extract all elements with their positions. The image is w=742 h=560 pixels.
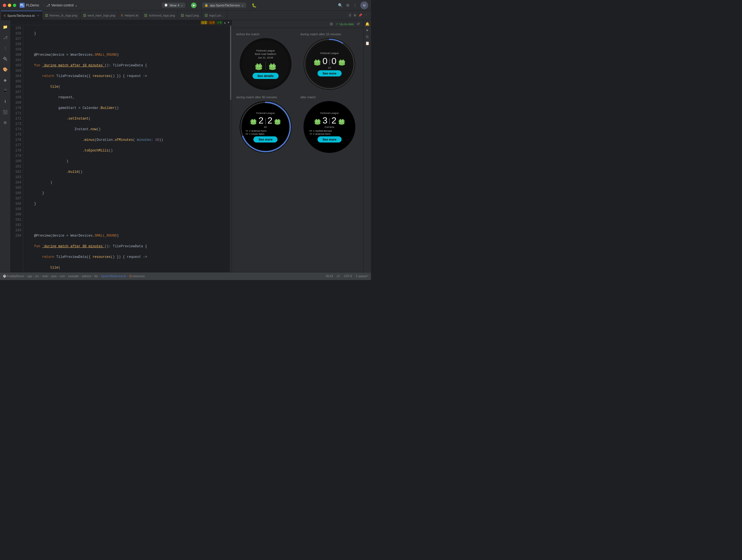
- search-icon[interactable]: 🔍: [338, 3, 343, 8]
- sidebar-item-settings[interactable]: ⚙: [1, 118, 10, 127]
- sidebar-item-plugin[interactable]: 🔌: [1, 54, 10, 63]
- tab-icon-png: 🖼: [144, 14, 147, 17]
- after-league: Fictional League: [320, 111, 339, 115]
- tab-label: Helpers.kt: [124, 14, 139, 17]
- scrollbar-thumb[interactable]: [230, 26, 231, 100]
- during-10-label: during match after 10 minutes: [301, 33, 341, 36]
- scrollbar-vertical[interactable]: [230, 25, 231, 272]
- run-button[interactable]: ▶: [191, 3, 197, 8]
- sidebar-item-git[interactable]: ⎇: [1, 33, 10, 42]
- bc-app[interactable]: app: [28, 275, 32, 278]
- tab-themes-logo[interactable]: 🖼 themes_fc_logo.png: [42, 11, 81, 20]
- debug-button[interactable]: 🐛: [252, 3, 257, 8]
- svg-point-63: [318, 121, 319, 121]
- svg-point-70: [340, 121, 341, 121]
- tab-pin-icon[interactable]: 📌: [358, 13, 362, 17]
- watch-during-80: Fictional League 2: [240, 101, 292, 153]
- main-layout: 📁 ⎇ ⋮ 🔌 🎨 ◆ 📱 ℹ ⬛ ⚙ ⚠ 1 ⚠ 4 ✓ 5 ▲ ▼ 1551…: [0, 20, 371, 272]
- preview-after-match: after match Fictional League: [301, 96, 359, 153]
- teams-divider: [265, 61, 266, 70]
- version-control[interactable]: ⎇ Version control ⌄: [46, 3, 77, 7]
- before-league: Fictional LeagueBack road StadiumJun 21,…: [255, 49, 276, 60]
- svg-rect-15: [275, 65, 276, 67]
- sidebar-item-android[interactable]: 📱: [1, 86, 10, 95]
- tab-more-icon[interactable]: ⋯: [365, 13, 368, 17]
- tab-helpers[interactable]: K Helpers.kt: [118, 11, 142, 20]
- svg-point-17: [273, 66, 274, 67]
- tab-close-icon[interactable]: ✕: [37, 14, 39, 17]
- settings-icon[interactable]: ⚙: [346, 3, 350, 8]
- notification-icon[interactable]: 🔔: [365, 22, 370, 26]
- svg-rect-68: [338, 120, 340, 122]
- svg-point-59: [318, 119, 319, 120]
- breadcrumb: ⚽ FootballScore › app › src › main › jav…: [3, 274, 145, 278]
- tab-westham-logo[interactable]: 🖼 west_ham_logo.png: [81, 11, 118, 20]
- score-container-after: 3 | 2: [314, 115, 346, 126]
- svg-point-71: [342, 121, 343, 121]
- bc-src[interactable]: src: [35, 275, 39, 278]
- tab-logo1[interactable]: 🖼 logo1.pn…: [202, 11, 227, 20]
- ai-icon[interactable]: ✦: [366, 28, 369, 33]
- team1-logo-after: [314, 117, 321, 124]
- bc-resources[interactable]: ⓪ resources: [129, 274, 145, 278]
- sidebar-item-folder[interactable]: 📁: [1, 22, 10, 31]
- tab-label: themes_fc_logo.png: [50, 14, 77, 17]
- svg-point-20: [305, 40, 354, 89]
- paste-icon[interactable]: 📋: [365, 41, 370, 45]
- code-content[interactable]: } @Preview(device = WearDevices.SMALL_RO…: [23, 25, 230, 272]
- sidebar-item-diamond[interactable]: ◆: [1, 75, 10, 85]
- svg-point-62: [316, 121, 317, 121]
- code-area[interactable]: 155156157158 159160161162 163164165166 1…: [11, 25, 231, 272]
- bc-file[interactable]: SportsTileService.kt: [101, 275, 126, 278]
- user-avatar[interactable]: U: [360, 1, 368, 9]
- warning-badge-3: ✓ 5: [216, 21, 223, 24]
- tab-sportstileservice[interactable]: K SportsTileService.kt ✕: [1, 11, 42, 20]
- bc-example[interactable]: example: [68, 275, 79, 278]
- tab-split-icon[interactable]: ⊞: [354, 13, 356, 17]
- team2-logo: [268, 61, 277, 70]
- see-details-button[interactable]: See details: [253, 73, 279, 79]
- tab-label: west_ham_logo.png: [88, 14, 115, 17]
- tabs-bar: K SportsTileService.kt ✕ 🖼 themes_fc_log…: [0, 11, 371, 20]
- device-selector[interactable]: ⌚ Wear 4 ⌄: [162, 3, 186, 8]
- team2-logo-after: [338, 117, 346, 124]
- titlebar-right: 🔍 ⚙ ⋮ U: [338, 1, 368, 9]
- sidebar-item-more[interactable]: ⋮: [1, 44, 10, 53]
- watch-icon: ⌚: [164, 3, 168, 7]
- svg-point-67: [342, 119, 343, 120]
- tab-richmond[interactable]: 🖼 richmond_logo.png: [142, 11, 178, 20]
- line-numbers: 155156157158 159160161162 163164165166 1…: [11, 25, 23, 272]
- tab-logo2[interactable]: 🖼 logo2.png: [178, 11, 202, 20]
- more-icon[interactable]: ⋮: [353, 3, 357, 8]
- sidebar-item-terminal[interactable]: ⬛: [1, 107, 10, 116]
- vc-icon: ⎇: [46, 3, 50, 7]
- run-icon: ▶: [193, 4, 195, 7]
- bc-footballscore[interactable]: ⚽ FootballScore: [3, 275, 24, 278]
- app-name[interactable]: PL PLDemo: [19, 3, 39, 8]
- svg-point-58: [316, 119, 317, 120]
- scorer-name: Garfield Bernard: [315, 130, 332, 132]
- bc-tile[interactable]: tile: [94, 275, 98, 278]
- right-sidebar: 🔔 ✦ ⎘ 📋: [363, 20, 371, 272]
- preview-refresh-icon[interactable]: ↺: [357, 22, 360, 26]
- bc-java[interactable]: java: [52, 275, 57, 278]
- score-sep-after: |: [329, 117, 330, 124]
- bc-pldemo[interactable]: pldemo: [82, 275, 91, 278]
- sidebar-item-paint[interactable]: 🎨: [1, 65, 10, 74]
- status-bar: ⚽ FootballScore › app › src › main › jav…: [0, 272, 371, 280]
- bc-main[interactable]: main: [42, 275, 48, 278]
- service-name: app.SportsTileService: [210, 4, 240, 7]
- see-more-after-button[interactable]: See more: [318, 136, 341, 143]
- copy-icon[interactable]: ⎘: [366, 35, 368, 39]
- sidebar-item-info[interactable]: ℹ: [1, 97, 10, 106]
- minimize-button[interactable]: [8, 4, 11, 7]
- titlebar: PL PLDemo › ⎇ Version control ⌄ ⌚ Wear 4…: [0, 0, 371, 11]
- maximize-button[interactable]: [13, 4, 16, 7]
- app-logo: PL: [19, 3, 24, 8]
- close-button[interactable]: [3, 4, 6, 7]
- bc-com[interactable]: com: [60, 275, 65, 278]
- tab-icon-png: 🖼: [181, 14, 184, 17]
- preview-layout-icon[interactable]: ⊞: [330, 22, 333, 26]
- tab-list-icon[interactable]: ☰: [349, 13, 352, 17]
- service-selector[interactable]: 🔒 app.SportsTileService ⌄: [202, 3, 246, 8]
